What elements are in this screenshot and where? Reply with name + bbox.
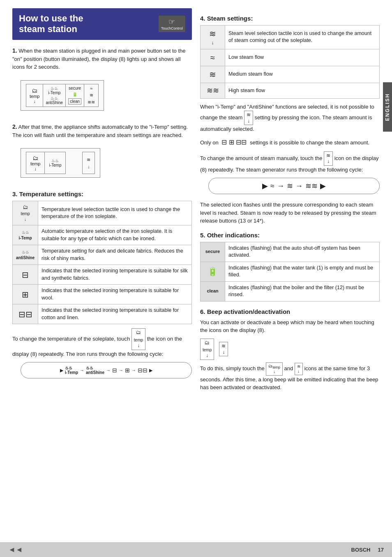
steam-manual-icon: ≋↓ [324,151,333,166]
bottom-bar: ◄◄ BOSCH 17 [0,542,392,557]
table-row: ≋≋ High steam flow [201,83,380,98]
left-column: How to use thesteam station ☞ TouchContr… [12,8,192,549]
step1-diagram: 🗂 temp ↓ ♨♨ i-Temp ♨♨ antiShine [21,75,192,117]
section3-title: 3. Temperature settings: [12,190,192,197]
language-tab: ENGLISH [383,82,392,132]
medium-steam-text: Medium steam flow [225,66,380,83]
antishine-icon: ♨♨ antiShine [13,245,38,265]
temp-icon-beep: 🗂temp↓ [200,339,214,360]
secure-badge: secure [201,242,225,262]
change-temp-text: To change the temperature of the solepla… [12,328,192,358]
table-row: 🔋 Indicates (flashing) that the water ta… [201,262,380,281]
section4-title: 4. Steam settings: [200,15,380,22]
antishine-text: Temperature setting for dark and delicat… [38,245,192,265]
table-row: ⊞ Indicates that the selected ironing te… [13,285,192,304]
steam-icon-beep: ≋↓ [219,342,228,356]
table-row: ≈ Low steam flow [201,49,380,66]
brand-page: BOSCH 17 [351,547,384,553]
touch-control-badge: ☞ TouchControl [159,16,185,32]
steam-settings-table: ≋ ↓ Steam level selection tactile icon i… [200,25,380,99]
section6-title: 6. Beep activation/deactivation [200,308,380,315]
secure-text: Indicates (flashing) that the auto shut-… [225,242,380,262]
indications-table: secure Indicates (flashing) that the aut… [200,242,380,302]
steam-cycle-diagram: ▶ ≈ → ≋ → ≋≋ ▶ [208,178,380,194]
steam-para3: To change the amount of steam manually, … [200,151,380,174]
itemp-icon: ♨♨ i-Temp [13,225,38,245]
table-row: ⊟ Indicates that the selected ironing te… [13,265,192,285]
header-box: How to use thesteam station ☞ TouchContr… [12,8,192,40]
low-steam-icon: ≈ [201,49,225,66]
table-row: ♨♨ antiShine Temperature setting for dar… [13,245,192,265]
beep-text1: You can activate or deactivate a beep wh… [200,318,380,334]
medium-steam-icon: ≋ [201,66,225,83]
steam-para1: When "i-Temp" and "AntiShine" functions … [200,103,380,133]
steam-para2: Only on ⊟ ⊞ ⊟⊟ settings it is possible t… [200,137,380,147]
table-row: clean Indicates (flashing) that the boil… [201,281,380,301]
step1-text: 1. When the steam station is plugged in … [12,46,192,71]
steam-icon-beep-inline: ≋↓ [295,363,303,375]
steam-icon-inline: ≋↓ [244,111,253,125]
clean-text: Indicates (flashing) that the boiler and… [225,281,380,301]
high-steam-text: High steam flow [225,83,380,98]
clean-badge: clean [201,281,225,301]
itemp-text: Automatic temperature selection of the i… [38,225,192,245]
temp-icon-select: 🗂 temp ↓ [13,201,38,225]
table-row: ⊟⊟ Indicates that the selected ironing t… [13,304,192,324]
page-title: How to use thesteam station [19,13,83,35]
table-row: ≋ ↓ Steam level selection tactile icon i… [201,26,380,49]
temp-select-text: Temperature level selection tactile icon… [38,201,192,225]
beep-icons: 🗂temp↓ ≋↓ [200,339,380,360]
temp-silk-text: Indicates that the selected ironing temp… [38,265,192,285]
table-row: secure Indicates (flashing) that the aut… [201,242,380,262]
high-steam-icon: ≋≋ [201,83,225,98]
steam-select-text: Steam level selection tactile icon is us… [225,26,380,49]
water-tank-icon: 🔋 [201,262,225,281]
water-tank-text: Indicates (flashing) that the water tank… [225,262,380,281]
brand-label: BOSCH [351,547,371,553]
table-row: 🗂 temp ↓ Temperature level selection tac… [13,201,192,225]
low-steam-text: Low steam flow [225,49,380,66]
beep-text2: To do this, simply touch the 🗂temp↓ and … [200,362,380,392]
steam-para4: The selected icon flashes until the pres… [200,201,380,225]
temperature-settings-table: 🗂 temp ↓ Temperature level selection tac… [12,201,192,324]
temp-icon-beep-inline: 🗂temp↓ [266,362,283,376]
nav-arrows[interactable]: ◄◄ [8,545,23,554]
steam-select-icon: ≋ ↓ [201,26,225,49]
table-row: ♨♨ i-Temp Automatic temperature selectio… [13,225,192,245]
table-row: ≋ Medium steam flow [201,66,380,83]
temp-wool-icon: ⊞ [13,285,38,304]
step2-text: 2. After that time, the appliance shifts… [12,123,192,139]
temp-wool-text: Indicates that the selected ironing temp… [38,285,192,304]
page-number: 17 [378,547,384,553]
step2-diagram: 🗂 temp ↓ ♨♨ i-Temp ≋ ↓ [21,143,192,184]
temp-cotton-text: Indicates that the selected ironing temp… [38,304,192,324]
temp-silk-icon: ⊟ [13,265,38,285]
section5-title: 5. Other indications: [200,232,380,239]
right-column: 4. Steam settings: ≋ ↓ Steam level selec… [200,8,380,549]
temp-cycle-diagram: ▶ ♨♨i-Temp → ♨♨antiShine → ⊟ → ⊞ → ⊟⊟ ▶ [21,362,192,378]
temp-cotton-icon: ⊟⊟ [13,304,38,324]
temp-icon-inline: 🗂temp↓ [131,328,145,350]
